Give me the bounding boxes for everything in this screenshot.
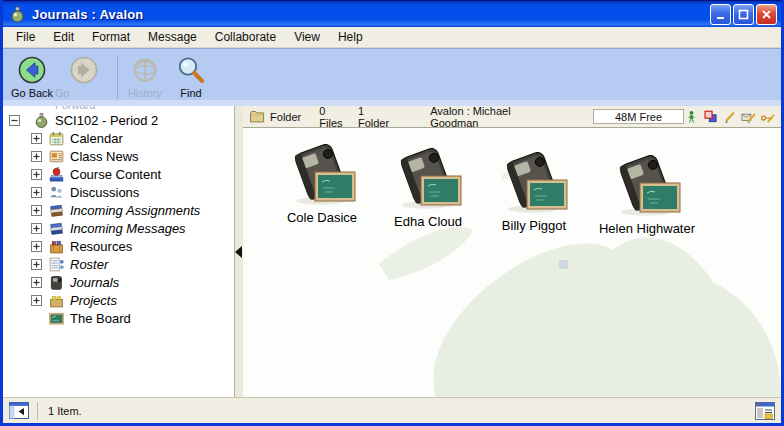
go-forward-button: Go Forward [55, 53, 113, 111]
journal-item-label: Edha Cloud [394, 214, 462, 229]
journal-item-label: Cole Dasice [287, 210, 357, 225]
toolbar-separator [117, 55, 118, 99]
free-space-gauge: 48M Free [593, 109, 684, 124]
resources-icon [48, 238, 65, 255]
key-edit-icon[interactable] [760, 109, 775, 124]
journal-item[interactable]: Billy Piggot [481, 152, 587, 233]
expand-box-icon[interactable] [31, 241, 42, 252]
folder-type-label: Folder [270, 111, 301, 123]
folders-count: 1 Folder [358, 105, 396, 129]
board-icon [48, 310, 65, 327]
menubar: File Edit Format Message Collaborate Vie… [3, 27, 781, 48]
expand-box-icon[interactable] [31, 169, 42, 180]
expand-box-icon[interactable] [31, 295, 42, 306]
tree-item-resources[interactable]: Resources [3, 237, 234, 255]
menu-item-file[interactable]: File [7, 28, 44, 46]
tree-item-the-board[interactable]: The Board [3, 309, 234, 327]
message-edit-icon[interactable] [741, 109, 756, 124]
content-header: Folder 0 Files 1 Folder Avalon : Michael… [243, 106, 781, 128]
person-icon[interactable] [684, 109, 699, 124]
find-label: Find [180, 87, 201, 99]
expand-box-icon[interactable] [31, 259, 42, 270]
tree-item-calendar[interactable]: Calendar [3, 129, 234, 147]
files-count: 0 Files [319, 105, 350, 129]
go-forward-label: Go Forward [55, 87, 113, 111]
journal-item-label: Billy Piggot [502, 218, 566, 233]
expand-box-icon[interactable] [31, 205, 42, 216]
tree-item-incoming-messages[interactable]: Incoming Messages [3, 219, 234, 237]
course-icon [48, 166, 65, 183]
tree-item-journals[interactable]: Journals [3, 273, 234, 291]
journal-book-icon [391, 148, 465, 212]
expand-box-icon[interactable] [31, 277, 42, 288]
roster-icon [48, 256, 65, 273]
maximize-button[interactable] [733, 4, 754, 25]
menu-item-message[interactable]: Message [139, 28, 206, 46]
expand-box-icon[interactable] [31, 187, 42, 198]
expand-box-icon[interactable] [31, 133, 42, 144]
calendar-icon [48, 130, 65, 147]
menu-item-format[interactable]: Format [83, 28, 139, 46]
assignments-icon [48, 202, 65, 219]
collapse-arrow-icon[interactable] [235, 246, 242, 258]
messages-icon [48, 220, 65, 237]
journal-item[interactable]: Cole Dasice [269, 144, 375, 225]
tree-item-class-news[interactable]: Class News [3, 147, 234, 165]
menu-item-edit[interactable]: Edit [44, 28, 83, 46]
folder-view[interactable]: Cole Dasice Edha Cloud Billy Piggot Hele… [243, 128, 781, 397]
flask-icon [33, 112, 50, 129]
journal-book-icon [285, 144, 359, 208]
go-back-icon [17, 55, 47, 85]
tree-panel: SCI102 - Period 2 Calendar Class News Co… [3, 106, 235, 397]
tree-item-incoming-assignments[interactable]: Incoming Assignments [3, 201, 234, 219]
content-panel: Folder 0 Files 1 Folder Avalon : Michael… [243, 106, 781, 397]
window-title: Journals : Avalon [32, 7, 144, 22]
item-count-text: 1 Item. [48, 405, 82, 417]
expand-box-icon[interactable] [31, 151, 42, 162]
history-button: History [122, 53, 168, 99]
find-button[interactable]: Find [168, 53, 214, 99]
tree-item-projects[interactable]: Projects [3, 291, 234, 309]
projects-icon [48, 292, 65, 309]
header-icons [684, 109, 777, 124]
menu-item-view[interactable]: View [285, 28, 329, 46]
folder-icon [249, 108, 265, 125]
history-icon [130, 55, 160, 85]
go-back-button[interactable]: Go Back [9, 53, 55, 99]
app-icon [9, 6, 26, 23]
owner-text: Avalon : Michael Goodman [430, 105, 555, 129]
collapse-box-icon[interactable] [9, 115, 20, 126]
menu-item-collaborate[interactable]: Collaborate [206, 28, 285, 46]
tree-item-course-content[interactable]: Course Content [3, 165, 234, 183]
journal-item-label: Helen Highwater [599, 221, 695, 236]
pencil-icon[interactable] [722, 109, 737, 124]
free-space-text: 48M Free [615, 111, 662, 123]
close-button[interactable] [756, 4, 777, 25]
history-label: History [128, 87, 162, 99]
expand-box-icon[interactable] [31, 223, 42, 234]
tree-item-roster[interactable]: Roster [3, 255, 234, 273]
journal-item[interactable]: Helen Highwater [587, 155, 707, 236]
titlebar[interactable]: Journals : Avalon [3, 0, 781, 27]
toolbar: Go Back Go Forward History Find [3, 48, 781, 106]
discussions-icon [48, 184, 65, 201]
splitter[interactable] [235, 106, 243, 397]
statusbar-separator [37, 402, 38, 420]
app-window: Journals : Avalon File Edit Format Messa… [0, 0, 784, 426]
menu-item-help[interactable]: Help [329, 28, 372, 46]
find-icon [176, 55, 206, 85]
minimize-button[interactable] [710, 4, 731, 25]
window-controls [710, 4, 777, 25]
journal-icon [48, 274, 65, 291]
main-area: SCI102 - Period 2 Calendar Class News Co… [3, 106, 781, 397]
statusbar: 1 Item. [3, 397, 781, 423]
go-back-label: Go Back [11, 87, 53, 99]
tree-root-sci102[interactable]: SCI102 - Period 2 [3, 111, 234, 129]
shared-squares-icon[interactable] [703, 109, 718, 124]
tree-item-discussions[interactable]: Discussions [3, 183, 234, 201]
news-icon [48, 148, 65, 165]
journal-item[interactable]: Edha Cloud [375, 148, 481, 229]
journal-book-icon [610, 155, 684, 219]
toggle-panel-icon[interactable] [9, 402, 29, 419]
layout-view-icon[interactable] [755, 402, 775, 420]
